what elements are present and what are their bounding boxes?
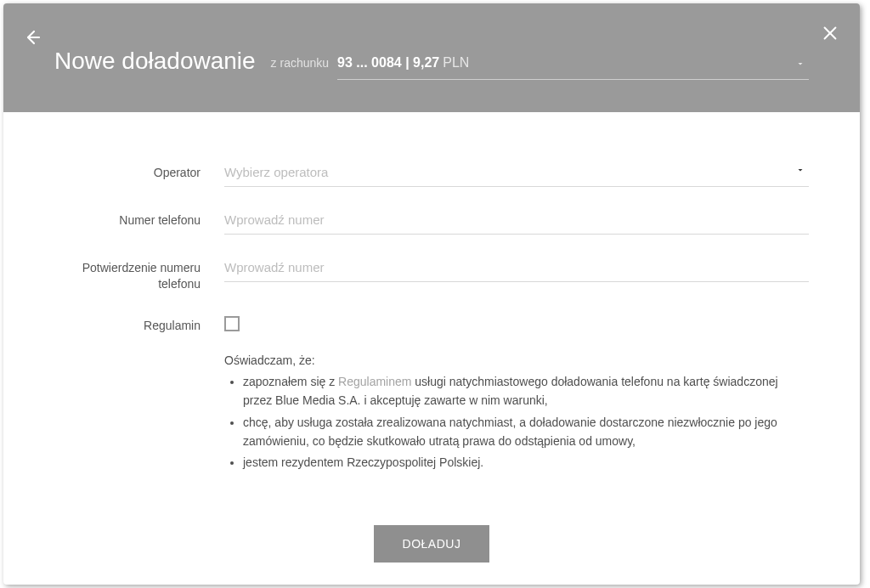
row-phone: Numer telefonu bbox=[54, 211, 809, 235]
label-phone-confirm: Potwierdzenie numeru telefonu bbox=[54, 258, 224, 292]
account-currency: PLN bbox=[443, 55, 469, 71]
terms-checkbox[interactable] bbox=[224, 316, 240, 331]
term-item-2: chcę, aby usługa została zrealizowana na… bbox=[243, 414, 809, 450]
modal-page: Nowe doładowanie z rachunku 93 ... 0084 … bbox=[3, 3, 860, 585]
label-phone: Numer telefonu bbox=[54, 211, 224, 229]
submit-button[interactable]: DOŁADUJ bbox=[374, 525, 490, 563]
terms-link[interactable]: Regulaminem bbox=[338, 375, 411, 388]
back-button[interactable] bbox=[22, 27, 42, 48]
account-from-label: z rachunku bbox=[271, 56, 329, 70]
chevron-down-icon bbox=[795, 165, 805, 175]
phone-confirm-input[interactable] bbox=[224, 258, 809, 282]
terms-text: Oświadczam, że: zapoznałem się z Regulam… bbox=[224, 352, 809, 472]
row-phone-confirm: Potwierdzenie numeru telefonu bbox=[54, 258, 809, 292]
term-item-1: zapoznałem się z Regulaminem usługi naty… bbox=[243, 373, 809, 410]
account-value: 93 ... 0084 | 9,27 bbox=[337, 55, 439, 71]
row-operator: Operator Wybierz operatora bbox=[54, 163, 809, 187]
declaration-intro: Oświadczam, że: bbox=[224, 352, 809, 370]
operator-placeholder: Wybierz operatora bbox=[224, 165, 328, 179]
form-body: Operator Wybierz operatora Numer telefon… bbox=[3, 112, 860, 585]
term-item-3: jestem rezydentem Rzeczypospolitej Polsk… bbox=[243, 454, 809, 472]
label-operator: Operator bbox=[54, 163, 224, 181]
row-terms: Regulamin Oświadczam, że: zapoznałem się… bbox=[54, 316, 809, 476]
phone-input[interactable] bbox=[224, 211, 809, 235]
label-terms: Regulamin bbox=[54, 316, 224, 334]
chevron-down-icon bbox=[795, 59, 805, 69]
operator-select[interactable]: Wybierz operatora bbox=[224, 163, 809, 187]
submit-row: DOŁADUJ bbox=[54, 525, 809, 563]
header: Nowe doładowanie z rachunku 93 ... 0084 … bbox=[3, 3, 860, 112]
page-title: Nowe doładowanie bbox=[54, 48, 256, 75]
close-button[interactable] bbox=[821, 24, 841, 44]
header-row: Nowe doładowanie z rachunku 93 ... 0084 … bbox=[54, 48, 809, 82]
account-select[interactable]: 93 ... 0084 | 9,27 PLN bbox=[337, 55, 809, 80]
